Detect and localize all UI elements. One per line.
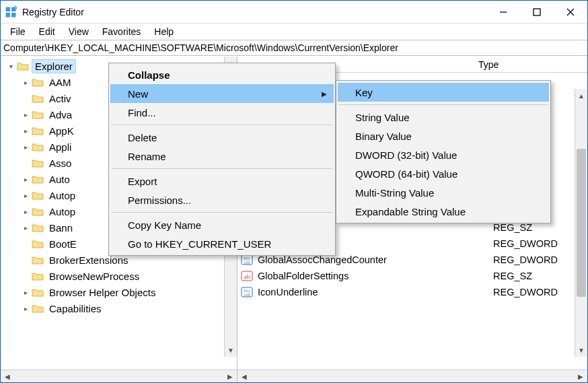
menu-item-label: DWORD (32-bit) Value xyxy=(355,149,457,161)
menu-item-label: Key xyxy=(355,87,373,98)
menu-separator xyxy=(112,125,332,125)
scroll-left-icon[interactable]: ◀ xyxy=(2,371,13,382)
window-title: Registry Editor xyxy=(22,7,486,18)
menu-item[interactable]: QWORD (64-bit) Value xyxy=(338,164,549,183)
menu-item-label: QWORD (64-bit) Value xyxy=(355,168,457,180)
values-horizontal-scrollbar[interactable]: ◀ ▶ xyxy=(237,370,587,382)
address-bar[interactable]: Computer\HKEY_LOCAL_MACHINE\SOFTWARE\Mic… xyxy=(1,40,587,56)
close-button[interactable] xyxy=(554,1,587,23)
folder-icon xyxy=(32,303,44,314)
svg-rect-3 xyxy=(11,13,16,18)
menu-item-label: Multi-String Value xyxy=(355,187,434,199)
menu-item[interactable]: Find... xyxy=(110,103,334,122)
menu-separator xyxy=(112,168,332,169)
value-type-icon: 011110 xyxy=(240,287,254,298)
scroll-right-icon[interactable]: ▶ xyxy=(575,371,586,382)
menu-item[interactable]: DWORD (32-bit) Value xyxy=(338,145,549,164)
scroll-down-icon[interactable]: ▼ xyxy=(225,345,236,355)
menu-view[interactable]: View xyxy=(62,25,96,38)
svg-rect-0 xyxy=(6,7,11,11)
tree-item-label: Explorer xyxy=(32,59,76,73)
folder-icon xyxy=(32,271,44,281)
svg-rect-6 xyxy=(534,9,540,15)
menu-item-label: Expandable String Value xyxy=(355,206,466,217)
caret-right-icon[interactable]: ▸ xyxy=(20,127,32,135)
caret-right-icon[interactable]: ▸ xyxy=(20,305,32,312)
value-row[interactable]: 011110IconUnderlineREG_DWORD xyxy=(237,284,587,300)
menu-item[interactable]: Rename xyxy=(110,147,334,166)
menu-item[interactable]: Expandable String Value xyxy=(338,202,549,221)
minimize-button[interactable] xyxy=(486,1,520,23)
scroll-left-icon[interactable]: ◀ xyxy=(239,371,250,382)
folder-icon xyxy=(32,206,44,217)
menu-item[interactable]: Multi-String Value xyxy=(338,183,549,202)
column-type[interactable]: Type xyxy=(473,59,587,70)
folder-icon xyxy=(32,125,44,136)
scroll-right-icon[interactable]: ▶ xyxy=(225,371,235,382)
caret-right-icon[interactable]: ▸ xyxy=(20,208,32,215)
tree-item-label: Autop xyxy=(46,205,78,218)
value-name: GlobalFolderSettings xyxy=(258,271,488,281)
menu-item[interactable]: Go to HKEY_CURRENT_USER xyxy=(110,234,334,253)
menu-item-label: Binary Value xyxy=(355,131,412,142)
maximize-button[interactable] xyxy=(520,1,554,23)
menu-edit[interactable]: Edit xyxy=(32,25,62,38)
values-vertical-scrollbar[interactable]: ▲ ▼ xyxy=(575,89,587,357)
tree-item-label: Autop xyxy=(46,189,78,202)
title-bar: Registry Editor xyxy=(1,1,587,24)
scroll-down-icon[interactable]: ▼ xyxy=(576,345,587,355)
folder-icon xyxy=(32,141,44,152)
caret-right-icon[interactable]: ▸ xyxy=(20,111,32,118)
menu-separator xyxy=(339,104,548,105)
caret-right-icon[interactable]: ▸ xyxy=(20,224,32,232)
menu-separator xyxy=(112,212,332,213)
tree-item[interactable]: ▸Browser Helper Objects xyxy=(5,284,223,300)
tree-item[interactable]: ▸Capabilities xyxy=(5,300,223,316)
caret-down-icon[interactable]: ▾ xyxy=(5,63,17,70)
tree-item-label: Activ xyxy=(46,92,74,105)
caret-right-icon[interactable]: ▸ xyxy=(20,192,32,199)
value-row[interactable]: abGlobalFolderSettingsREG_SZ xyxy=(237,268,587,284)
menu-item[interactable]: String Value xyxy=(338,108,549,127)
folder-icon xyxy=(32,222,44,233)
tree-item-label: Capabilities xyxy=(46,302,104,315)
folder-icon xyxy=(32,109,44,120)
submenu-arrow-icon: ▶ xyxy=(322,90,327,98)
value-name: GlobalAssocChangedCounter xyxy=(258,254,488,265)
caret-right-icon[interactable]: ▸ xyxy=(20,289,32,296)
menu-item[interactable]: Export xyxy=(110,172,334,190)
value-name: IconUnderline xyxy=(258,287,488,298)
menu-item-label: Permissions... xyxy=(128,195,191,206)
folder-icon xyxy=(32,287,44,298)
folder-icon xyxy=(32,190,44,201)
menu-help[interactable]: Help xyxy=(147,25,180,38)
caret-right-icon[interactable]: ▸ xyxy=(20,79,32,86)
caret-right-icon[interactable]: ▸ xyxy=(20,143,32,151)
scroll-up-icon[interactable]: ▲ xyxy=(576,90,587,101)
folder-icon xyxy=(32,254,44,265)
tree-item-label: Browser Helper Objects xyxy=(46,286,158,299)
menu-favorites[interactable]: Favorites xyxy=(96,25,148,38)
menu-item-label: Find... xyxy=(128,107,156,118)
menu-item[interactable]: Permissions... xyxy=(110,190,334,209)
menu-item[interactable]: New▶ xyxy=(110,84,334,103)
caret-right-icon[interactable]: ▸ xyxy=(20,176,32,183)
menu-item-label: Copy Key Name xyxy=(128,219,201,231)
value-type: REG_SZ xyxy=(488,222,587,233)
value-type: REG_DWORD xyxy=(488,287,587,298)
tree-horizontal-scrollbar[interactable]: ◀ ▶ xyxy=(1,370,237,382)
value-type: REG_DWORD xyxy=(488,254,587,265)
context-menu[interactable]: CollapseNew▶Find...DeleteRenameExportPer… xyxy=(108,63,336,256)
menu-item[interactable]: Binary Value xyxy=(338,127,549,145)
tree-item-label: Adva xyxy=(46,108,75,121)
menu-item[interactable]: Collapse xyxy=(110,65,334,84)
menu-item[interactable]: Copy Key Name xyxy=(110,215,334,234)
tree-item[interactable]: ▸BrowseNewProcess xyxy=(5,268,223,284)
folder-icon xyxy=(32,77,44,88)
context-submenu-new[interactable]: KeyString ValueBinary ValueDWORD (32-bit… xyxy=(336,80,551,223)
menu-file[interactable]: File xyxy=(3,25,32,38)
menu-item[interactable]: Key xyxy=(338,83,549,102)
menu-item-label: String Value xyxy=(355,112,410,123)
menu-item[interactable]: Delete xyxy=(110,128,334,147)
value-type-icon: 011110 xyxy=(240,254,254,265)
